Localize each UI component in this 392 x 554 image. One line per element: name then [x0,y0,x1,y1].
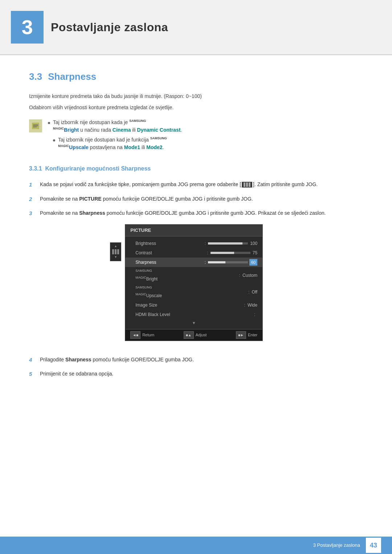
subsection-number: 3.3.1 [29,165,42,172]
section-heading: 3.3 Sharpness [29,70,363,84]
page-container: 3 Postavljanje zaslona 3.3 Sharpness Izm… [0,0,392,554]
chapter-title: Postavljanje zaslona [51,19,168,36]
menu-row-hdmi: HDMI Black Level : [125,310,262,319]
bullet-2 [53,139,55,141]
step-text-4: Prilagodite Sharpness pomoću funkcije GO… [40,356,194,364]
menu-row-sharpness: Sharpness : 60 [125,258,262,267]
step3-bold: Sharpness [79,210,105,216]
page-footer: 3 Postavljanje zaslona 43 [0,537,392,554]
note1-end: . [180,127,182,133]
side-jog-icon: ▲ ▼ [110,242,121,261]
footer-enter: ■► Enter [236,331,257,339]
step-number-2: 2 [29,195,36,204]
note2-sep: ili [140,144,146,150]
step-number-5: 5 [29,370,36,378]
step2-bold: PICTURE [79,196,101,202]
menu-row-upscale: SAMSUNGMAGICUpscale : Off [125,284,262,300]
section-title: Sharpness [48,70,96,84]
menu-row-brightness: Brightness : 100 [125,239,262,248]
step-4: 4 Prilagodite Sharpness pomoću funkcije … [29,356,363,364]
step-text-3-block: Pomaknite se na Sharpness pomoću funkcij… [40,209,326,350]
step-text-2: Pomaknite se na PICTURE pomoću funkcije … [40,195,253,203]
menu-title-bar: PICTURE [125,225,262,237]
subsection-title: Konfiguriranje mogućnosti Sharpness [45,165,151,172]
menu-box: PICTURE Brightness : [125,224,263,341]
note-container: Taj izbornik nije dostupan kada je SAMSU… [29,119,363,153]
main-content: 3.3 Sharpness Izmijenite konture predmet… [0,70,392,378]
step-number-1: 1 [29,181,36,189]
subsection-heading: 3.3.1 Konfiguriranje mogućnosti Sharpnes… [29,164,363,173]
note-line-2: Taj izbornik nije dostupan kad je funkci… [53,136,363,151]
menu-footer: ◄■ Return ■▲ Adjust ■► E [125,329,262,341]
footer-return: ◄■ Return [130,331,154,339]
step-number-3: 3 [29,209,36,218]
scroll-indicator: ▼ [125,319,262,327]
step-3: 3 Pomaknite se na Sharpness pomoću funkc… [29,209,363,350]
note2-middle: postavljena na [89,144,124,150]
step-1: 1 Kada se pojavi vodič za funkcijske tip… [29,180,363,189]
section-desc-2: Odabirom viših vrijednosti konture predm… [29,104,363,111]
note-line-1: Taj izbornik nije dostupan kada je SAMSU… [48,119,363,134]
menu-row-image-size: Image Size : Wide [125,300,262,310]
note1-sep: ili [131,127,137,133]
jog-icon [242,182,252,188]
footer-chapter-label: 3 Postavljanje zaslona [313,542,360,549]
section-desc-1: Izmijenite konture predmeta tako da budu… [29,93,363,100]
step-text-5: Primijenit će se odabrana opcija. [40,370,113,378]
step-2: 2 Pomaknite se na PICTURE pomoću funkcij… [29,195,363,204]
chapter-number: 3 [11,11,44,44]
step-text-3: Pomaknite se na Sharpness pomoću funkcij… [40,210,326,216]
note-icon [29,119,42,132]
step-number-4: 4 [29,356,36,364]
note1-prefix: Taj izbornik nije dostupan kada je [53,119,129,125]
footer-adjust: ■▲ Adjust [184,331,207,339]
steps-list: 1 Kada se pojavi vodič za funkcijske tip… [29,180,363,378]
bullet-1 [48,122,50,124]
note1-val1: Cinema [113,127,131,133]
note2-val2: Mode2 [146,144,162,150]
note2-end: . [163,144,164,150]
step-text-1: Kada se pojavi vodič za funkcijske tipke… [40,180,318,188]
menu-row-bright: SAMSUNGMAGICBright : Custom [125,267,262,284]
note2-prefix: Taj izbornik nije dostupan kad je funkci… [58,137,150,143]
menu-screenshot: ▲ ▼ [47,224,326,341]
note1-middle: u načinu rada [79,127,113,133]
note1-val2: Dynamic Contrast [137,127,181,133]
step4-bold: Sharpness [65,357,91,362]
step-5: 5 Primijenit će se odabrana opcija. [29,370,363,378]
menu-rows: Brightness : 100 [125,237,262,329]
note2-feature: Upscale [69,144,89,150]
note-lines: Taj izbornik nije dostupan kada je SAMSU… [48,119,363,153]
chapter-header: 3 Postavljanje zaslona [0,0,392,55]
menu-row-contrast: Contrast : 75 [125,248,262,258]
section-number: 3.3 [29,70,42,84]
note2-val1: Mode1 [124,144,140,150]
note1-feature: Bright [64,127,79,133]
footer-page-number: 43 [366,538,381,553]
